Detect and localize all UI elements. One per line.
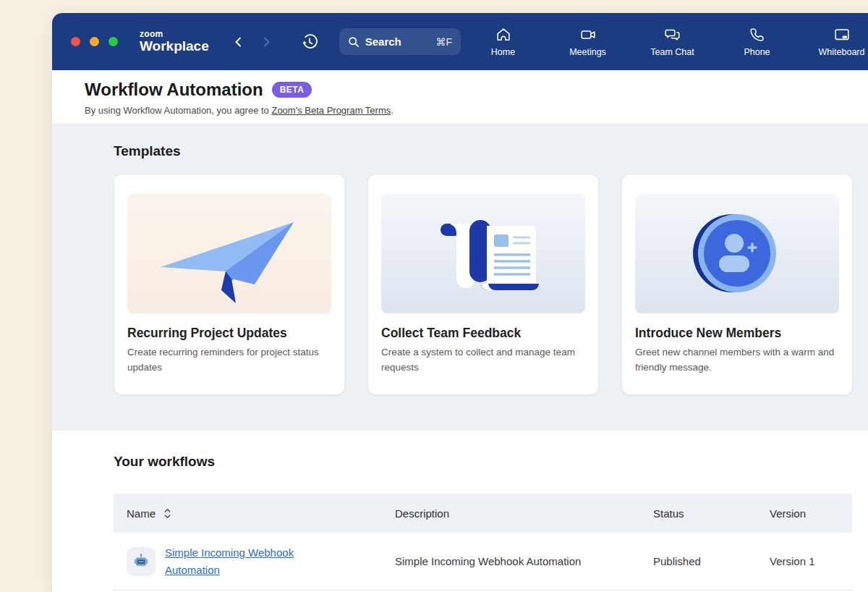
template-card-recurring-project-updates[interactable]: Recurring Project Updates Create recurri… — [114, 174, 345, 395]
workflow-version: Version 1 — [757, 555, 852, 567]
nav-item-meetings[interactable]: Meetings — [545, 23, 630, 60]
template-card-description: Greet new channel members with a warm an… — [635, 345, 839, 375]
template-card-title: Collect Team Feedback — [381, 326, 585, 341]
table-header-row: Name Description Status Version — [114, 494, 852, 533]
templates-heading: Templates — [114, 143, 868, 159]
column-header-name: Name — [114, 507, 382, 520]
main-navigation: Home Meetings Team Chat — [461, 23, 868, 60]
sort-icon — [163, 508, 172, 519]
column-header-status: Status — [640, 507, 757, 520]
workflows-section: Your workflows Name Description Status V… — [52, 431, 868, 591]
phone-icon — [749, 26, 766, 43]
whiteboard-icon — [833, 26, 851, 43]
home-icon — [495, 26, 512, 43]
zoom-workplace-logo: zoom Workplace — [140, 30, 209, 54]
nav-label: Whiteboard — [819, 47, 865, 57]
template-card-collect-team-feedback[interactable]: Collect Team Feedback Create a system to… — [367, 174, 599, 395]
window-controls — [71, 37, 118, 46]
template-card-description: Create a system to collect and manage te… — [381, 345, 585, 375]
search-label: Search — [365, 35, 401, 48]
nav-label: Team Chat — [650, 47, 694, 57]
workflows-table: Name Description Status Version — [114, 494, 852, 591]
terms-prefix: By using Workflow Automation, you agree … — [85, 105, 271, 116]
nav-item-home[interactable]: Home — [461, 23, 545, 60]
history-icon — [300, 33, 319, 51]
chevron-right-icon — [260, 35, 273, 48]
template-card-title: Introduce New Members — [635, 326, 839, 341]
search-shortcut: ⌘F — [435, 36, 452, 48]
table-row: Simple Incoming Webhook Automation Simpl… — [114, 533, 852, 591]
workflows-heading: Your workflows — [114, 454, 868, 470]
zoom-workplace-window: zoom Workplace — [52, 13, 868, 592]
template-card-introduce-new-members[interactable]: Introduce New Members Greet new channel … — [621, 174, 853, 395]
template-card-description: Create recurring reminders for project s… — [127, 345, 331, 375]
templates-section: Templates Recurring Project Updates Crea… — [52, 124, 868, 431]
titlebar: zoom Workplace — [52, 13, 868, 70]
brand-workplace-text: Workplace — [140, 39, 209, 54]
beta-program-terms-link[interactable]: Zoom's Beta Program Terms — [271, 105, 391, 116]
history-button[interactable] — [297, 30, 322, 54]
meetings-icon — [579, 26, 597, 43]
workflow-description: Simple Incoming Webhook Automation — [382, 555, 640, 567]
search-icon — [348, 36, 359, 48]
template-card-title: Recurring Project Updates — [127, 326, 331, 341]
robot-icon — [127, 547, 156, 576]
nav-item-phone[interactable]: Phone — [715, 23, 799, 60]
brand-zoom-text: zoom — [140, 30, 209, 39]
terms-text: By using Workflow Automation, you agree … — [85, 105, 851, 116]
nav-label: Home — [491, 47, 515, 57]
nav-label: Meetings — [569, 47, 606, 57]
page-title: Workflow Automation — [85, 80, 263, 100]
terms-suffix: . — [391, 105, 393, 116]
add-member-coin-illustration — [635, 194, 839, 313]
paper-plane-illustration — [127, 194, 331, 313]
beta-badge: BETA — [272, 82, 312, 98]
back-button[interactable] — [226, 33, 251, 51]
nav-item-team-chat[interactable]: Team Chat — [630, 23, 715, 60]
workflow-status: Published — [640, 555, 757, 567]
search-input[interactable]: Search ⌘F — [339, 28, 461, 55]
team-chat-icon — [664, 26, 681, 43]
column-header-version: Version — [757, 507, 852, 520]
page-header: Workflow Automation BETA By using Workfl… — [52, 70, 868, 124]
minimize-window-button[interactable] — [90, 37, 99, 46]
sort-name-button[interactable] — [161, 507, 174, 520]
scroll-document-illustration — [381, 194, 585, 313]
workflow-link[interactable]: Simple Incoming Webhook Automation — [165, 544, 335, 578]
nav-label: Phone — [744, 47, 770, 57]
chevron-left-icon — [232, 35, 245, 48]
column-header-description: Description — [382, 507, 640, 520]
column-header-label: Name — [127, 507, 156, 520]
forward-button[interactable] — [254, 33, 278, 51]
nav-item-whiteboard[interactable]: Whiteboard — [799, 23, 868, 60]
close-window-button[interactable] — [71, 37, 80, 46]
maximize-window-button[interactable] — [109, 37, 118, 46]
